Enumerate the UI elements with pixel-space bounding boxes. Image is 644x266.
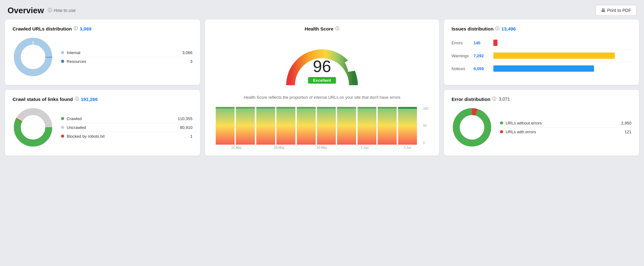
legend-item-no-errors: URLs without errors 2,950	[500, 119, 631, 128]
print-btn-label: Print to PDF	[607, 8, 631, 13]
svg-rect-11	[276, 107, 295, 108]
warnings-count: 7,292	[474, 53, 491, 58]
svg-rect-17	[337, 107, 356, 108]
error-dist-count: 3,071	[499, 97, 510, 102]
legend-item-crawled: Crawled 110,355	[61, 114, 192, 123]
warnings-bar-wrap	[493, 53, 631, 59]
crawl-status-title: Crawl status of links found ⓘ 191,266	[13, 96, 192, 102]
error-dist-title: Error distribution ⓘ 3,071	[452, 96, 631, 102]
bar-label-30may: 30 May	[301, 146, 343, 149]
issues-title: Issues distribution ⓘ 13,496	[452, 26, 631, 31]
page-header: Overview ⓘ How to use 🖶 Print to PDF	[0, 0, 644, 19]
bar-col-9	[378, 107, 397, 145]
legend-item-with-errors: URLs with errors 121	[500, 128, 631, 136]
svg-rect-18	[358, 107, 376, 145]
error-dist-legend: URLs without errors 2,950 URLs with erro…	[500, 119, 631, 136]
health-score-card: Health Score ⓘ	[205, 19, 439, 156]
svg-rect-22	[398, 107, 417, 145]
crawled-urls-title: Crawled URLs distribution ⓘ 3,069	[13, 26, 192, 31]
health-description: Health Score reflects the proportion of …	[244, 94, 400, 101]
uncrawled-value: 80,910	[177, 125, 192, 130]
errors-count: 145	[474, 41, 491, 45]
crawled-label: Crawled	[67, 116, 82, 121]
health-bar-chart: 100 50 0 26 May 28 May 30 May 1 Jun 3 Ju…	[213, 107, 431, 149]
bar-col-4	[276, 107, 295, 145]
svg-rect-19	[358, 107, 376, 108]
svg-rect-10	[276, 107, 295, 145]
gauge-number: 96	[308, 58, 336, 75]
print-icon: 🖶	[601, 8, 605, 13]
no-errors-label: URLs without errors	[506, 121, 542, 125]
issues-row-errors: Errors 145	[452, 36, 631, 49]
bar-col-6	[317, 107, 336, 145]
warnings-label: Warnings	[452, 53, 474, 58]
error-distribution-card: Error distribution ⓘ 3,071 URLs without …	[444, 90, 639, 155]
svg-point-27	[456, 112, 488, 143]
svg-rect-15	[317, 107, 336, 108]
crawled-urls-legend: Internal 3,066 Resources 3	[61, 48, 192, 66]
bar-col-5	[297, 107, 316, 145]
svg-rect-12	[297, 107, 316, 145]
crawl-status-donut	[13, 107, 53, 148]
uncrawled-dot	[61, 126, 64, 129]
uncrawled-label: Uncrawled	[67, 125, 86, 130]
header-left: Overview ⓘ How to use	[8, 6, 76, 15]
y-label-50: 50	[423, 124, 428, 127]
crawled-dot	[61, 117, 64, 120]
issues-list: Errors 145 Warnings 7,292 Notices 6,059	[452, 36, 631, 75]
svg-rect-20	[378, 107, 397, 145]
internal-label: Internal	[67, 50, 80, 55]
bar-col-1	[216, 107, 235, 145]
bar-col-2	[236, 107, 255, 145]
crawl-status-card: Crawl status of links found ⓘ 191,266 Cr…	[5, 90, 200, 155]
svg-rect-4	[216, 107, 235, 145]
legend-item-internal: Internal 3,066	[61, 48, 192, 57]
bar-columns	[216, 107, 417, 145]
resources-label: Resources	[67, 59, 86, 64]
blocked-label: Blocked by robots.txt	[67, 134, 105, 139]
blocked-value: 1	[177, 134, 192, 139]
legend-item-uncrawled: Uncrawled 80,910	[61, 123, 192, 132]
svg-rect-21	[378, 107, 397, 108]
bar-label-3jun: 3 Jun	[387, 146, 428, 149]
bar-label-1jun: 1 Jun	[344, 146, 386, 149]
issues-help-icon[interactable]: ⓘ	[495, 26, 499, 31]
health-score-title: Health Score ⓘ	[305, 26, 340, 31]
error-dist-help-icon[interactable]: ⓘ	[492, 96, 496, 102]
how-to-use-label: How to use	[54, 8, 76, 13]
page-title: Overview	[8, 6, 44, 15]
crawled-urls-donut-container: Internal 3,066 Resources 3	[13, 36, 192, 77]
with-errors-label: URLs with errors	[506, 130, 536, 134]
dashboard-grid: Crawled URLs distribution ⓘ 3,069 Intern…	[0, 19, 644, 161]
error-dist-donut	[452, 107, 492, 148]
blocked-dot	[61, 135, 64, 138]
issues-distribution-card: Issues distribution ⓘ 13,496 Errors 145 …	[444, 19, 639, 85]
notices-bar	[493, 65, 594, 72]
notices-label: Notices	[452, 66, 474, 71]
health-score-help-icon[interactable]: ⓘ	[335, 26, 339, 31]
errors-bar	[493, 40, 497, 46]
how-to-use-link[interactable]: ⓘ How to use	[48, 8, 76, 13]
crawl-status-help-icon[interactable]: ⓘ	[75, 96, 79, 102]
with-errors-value: 121	[616, 130, 631, 134]
internal-dot	[61, 51, 64, 54]
svg-rect-9	[256, 107, 275, 108]
crawled-urls-card: Crawled URLs distribution ⓘ 3,069 Intern…	[5, 19, 200, 85]
crawl-status-legend: Crawled 110,355 Uncrawled 80,910 Blocked…	[61, 114, 192, 141]
crawled-value: 110,355	[177, 116, 192, 121]
legend-item-resources: Resources 3	[61, 57, 192, 66]
issues-count: 13,496	[501, 26, 516, 31]
resources-value: 3	[177, 59, 192, 64]
internal-value: 3,066	[177, 50, 192, 55]
svg-rect-5	[216, 107, 235, 108]
print-to-pdf-button[interactable]: 🖶 Print to PDF	[596, 5, 636, 16]
no-errors-value: 2,950	[616, 121, 631, 125]
bar-col-7	[337, 107, 356, 145]
question-icon: ⓘ	[48, 8, 52, 13]
legend-item-blocked: Blocked by robots.txt 1	[61, 132, 192, 141]
svg-rect-7	[236, 107, 255, 108]
issues-row-warnings: Warnings 7,292	[452, 49, 631, 62]
svg-rect-8	[256, 107, 275, 145]
crawled-urls-help-icon[interactable]: ⓘ	[74, 26, 78, 31]
svg-rect-13	[297, 107, 316, 108]
